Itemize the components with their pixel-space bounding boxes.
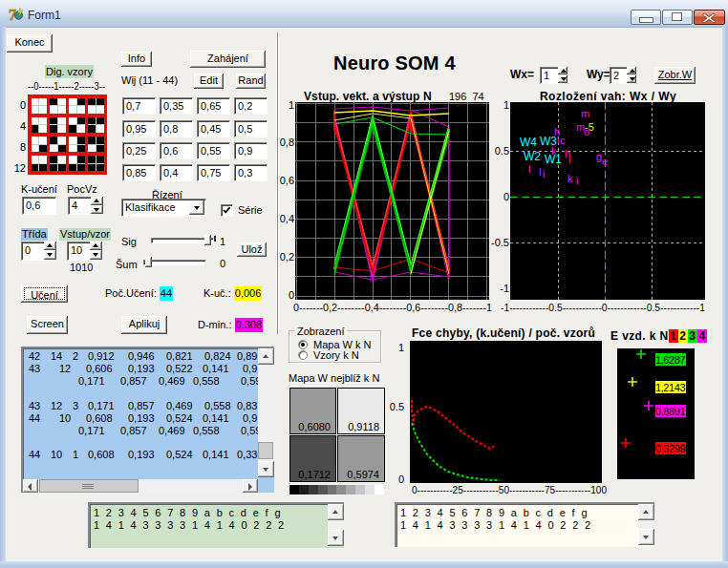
- svg-text:i: i: [568, 154, 570, 165]
- svg-text:W4: W4: [520, 136, 537, 149]
- svg-text:c: c: [560, 135, 566, 146]
- svg-text:W2: W2: [524, 150, 541, 163]
- svg-text:m: m: [581, 108, 589, 119]
- svg-text:k: k: [567, 173, 573, 184]
- svg-text:--0-----1-----2-----3--: --0-----1-----2-----3--: [28, 80, 105, 92]
- svg-text:0-----------25-----------50---: 0-----------25-----------50-----------75…: [412, 484, 607, 495]
- svg-text:k: k: [551, 145, 557, 157]
- svg-text:e: e: [602, 156, 608, 167]
- svg-text:i: i: [543, 168, 545, 179]
- svg-text:o: o: [584, 126, 589, 137]
- svg-text:l: l: [528, 163, 530, 175]
- svg-text:l: l: [539, 166, 541, 178]
- svg-text:i: i: [576, 175, 578, 186]
- svg-text:0-------0,2--------0,4--------: 0-------0,2--------0,4--------0,6-------…: [293, 302, 492, 313]
- svg-text:-1------------0.5------------0: -1------------0.5------------0----------…: [501, 302, 705, 313]
